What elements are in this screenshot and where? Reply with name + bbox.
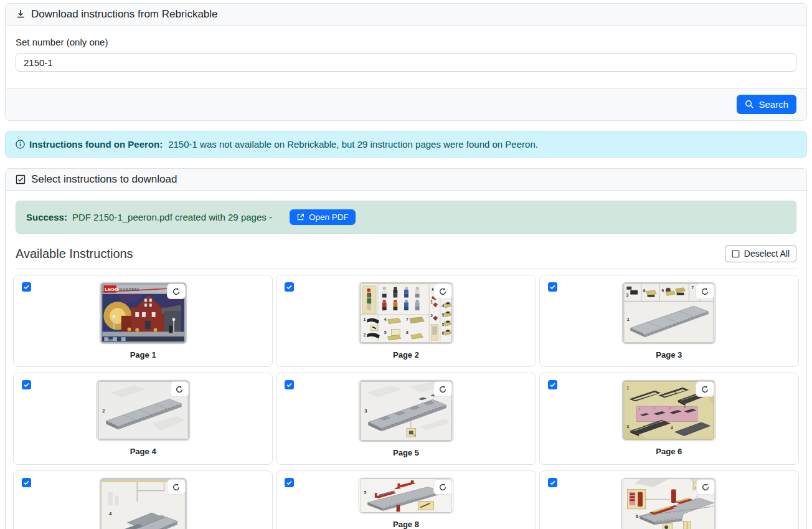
success-alert-title: Success: bbox=[26, 212, 67, 222]
svg-text:4: 4 bbox=[109, 511, 112, 517]
refresh-icon bbox=[701, 385, 709, 394]
checkmark-icon bbox=[286, 381, 293, 388]
svg-text:2x: 2x bbox=[413, 434, 417, 437]
instruction-pages-grid: LEGO SYSTEM bbox=[13, 275, 799, 529]
page-7-refresh-button[interactable] bbox=[167, 479, 186, 495]
info-alert-title: Instructions found on Peeron: bbox=[29, 139, 163, 150]
svg-text:5: 5 bbox=[442, 313, 445, 317]
refresh-icon bbox=[438, 287, 447, 296]
svg-text:2: 2 bbox=[102, 408, 105, 414]
page-label: Page 8 bbox=[393, 520, 419, 529]
deselect-all-label: Deselect All bbox=[744, 249, 790, 259]
svg-text:1: 1 bbox=[430, 300, 433, 304]
svg-text:1: 1 bbox=[363, 317, 366, 322]
svg-text:7: 7 bbox=[406, 317, 408, 322]
page-1-refresh-button[interactable] bbox=[167, 284, 186, 299]
page-card-7: 4 bbox=[13, 470, 273, 529]
page-6-refresh-button[interactable] bbox=[696, 381, 714, 397]
page-card-5: 3 bbox=[276, 373, 536, 465]
page-card-6: 1 2 1234 bbox=[539, 373, 799, 465]
refresh-icon bbox=[701, 483, 710, 492]
page-7-checkbox[interactable] bbox=[22, 478, 31, 487]
check-square-icon bbox=[16, 174, 26, 184]
deselect-all-button[interactable]: Deselect All bbox=[725, 245, 796, 262]
checkmark-icon bbox=[549, 479, 556, 486]
download-icon bbox=[16, 9, 26, 19]
page-5-refresh-button[interactable] bbox=[433, 381, 452, 397]
svg-text:3: 3 bbox=[364, 408, 367, 414]
set-number-input[interactable] bbox=[16, 53, 796, 72]
page-card-8: 5 bbox=[276, 470, 536, 529]
page-4-refresh-button[interactable] bbox=[170, 381, 189, 397]
page-8-refresh-button[interactable] bbox=[433, 479, 452, 495]
svg-text:3: 3 bbox=[627, 424, 630, 429]
open-pdf-label: Open PDF bbox=[309, 212, 349, 222]
page-label: Page 5 bbox=[393, 448, 419, 457]
page-9-checkbox[interactable] bbox=[548, 478, 557, 487]
refresh-icon bbox=[172, 287, 181, 296]
svg-text:4: 4 bbox=[384, 317, 387, 322]
page-card-2: 1 2 4 5 7 8 bbox=[276, 275, 536, 367]
page-1-checkbox[interactable] bbox=[22, 282, 31, 292]
svg-text:7: 7 bbox=[692, 285, 694, 290]
svg-text:1: 1 bbox=[627, 386, 630, 390]
svg-text:4: 4 bbox=[671, 426, 673, 430]
page-3-refresh-button[interactable] bbox=[696, 284, 714, 299]
download-card-header: Download instructions from Rebrickable bbox=[6, 4, 806, 26]
page-8-checkbox[interactable] bbox=[285, 478, 294, 487]
select-card-title: Select instructions to download bbox=[31, 173, 177, 186]
select-instructions-card: Select instructions to download Success:… bbox=[5, 168, 807, 529]
peeron-info-alert: Instructions found on Peeron: 2150-1 was… bbox=[5, 131, 807, 158]
svg-text:5: 5 bbox=[384, 330, 387, 335]
pdf-success-alert: Success: PDF 2150-1_peeron.pdf created w… bbox=[16, 201, 796, 234]
refresh-icon bbox=[701, 287, 709, 296]
page-label: Page 4 bbox=[130, 447, 156, 456]
svg-text:4: 4 bbox=[442, 303, 445, 308]
download-card: Download instructions from Rebrickable S… bbox=[5, 3, 807, 121]
page-3-checkbox[interactable] bbox=[548, 282, 557, 292]
info-circle-icon bbox=[16, 140, 25, 149]
search-button[interactable]: Search bbox=[737, 95, 796, 114]
page-label: Page 1 bbox=[130, 350, 156, 360]
page-label: Page 2 bbox=[393, 350, 419, 360]
svg-text:2: 2 bbox=[363, 333, 366, 337]
refresh-icon bbox=[175, 385, 184, 394]
empty-square-icon bbox=[732, 250, 740, 258]
external-link-icon bbox=[296, 213, 304, 221]
svg-text:3: 3 bbox=[626, 293, 629, 297]
svg-text:1: 1 bbox=[627, 317, 630, 322]
svg-text:6: 6 bbox=[643, 288, 646, 293]
page-5-checkbox[interactable] bbox=[285, 380, 294, 389]
page-2-checkbox[interactable] bbox=[285, 282, 294, 292]
checkmark-icon bbox=[286, 479, 293, 486]
checkmark-icon bbox=[23, 284, 30, 290]
available-instructions-heading: Available Instructions bbox=[16, 247, 133, 261]
magnifier-icon bbox=[745, 100, 754, 109]
svg-text:2: 2 bbox=[674, 391, 677, 395]
download-card-title: Download instructions from Rebrickable bbox=[31, 8, 218, 21]
checkmark-icon bbox=[23, 381, 30, 388]
svg-text:5: 5 bbox=[442, 322, 445, 326]
success-alert-text: PDF 2150-1_peeron.pdf created with 29 pa… bbox=[72, 212, 272, 222]
page-2-refresh-button[interactable] bbox=[433, 284, 452, 299]
page-card-9: 6 bbox=[539, 470, 799, 529]
page-6-checkbox[interactable] bbox=[548, 380, 557, 389]
checkmark-icon bbox=[23, 479, 30, 486]
svg-text:6: 6 bbox=[442, 331, 445, 335]
select-card-header: Select instructions to download bbox=[6, 169, 806, 191]
checkmark-icon bbox=[286, 284, 293, 290]
svg-text:8: 8 bbox=[406, 330, 408, 335]
page-card-1: LEGO SYSTEM bbox=[13, 275, 273, 367]
checkmark-icon bbox=[549, 284, 556, 290]
svg-text:9: 9 bbox=[662, 288, 664, 293]
open-pdf-button[interactable]: Open PDF bbox=[290, 209, 356, 225]
svg-text:5: 5 bbox=[364, 490, 366, 495]
set-number-label: Set number (only one) bbox=[16, 37, 796, 47]
page-9-refresh-button[interactable] bbox=[696, 479, 715, 495]
page-label: Page 3 bbox=[656, 350, 682, 360]
info-alert-text: 2150-1 was not available on Rebrickable,… bbox=[168, 139, 538, 150]
svg-text:SYSTEM: SYSTEM bbox=[118, 287, 138, 292]
search-button-label: Search bbox=[758, 99, 788, 110]
page-4-checkbox[interactable] bbox=[22, 380, 31, 389]
refresh-icon bbox=[438, 483, 447, 492]
